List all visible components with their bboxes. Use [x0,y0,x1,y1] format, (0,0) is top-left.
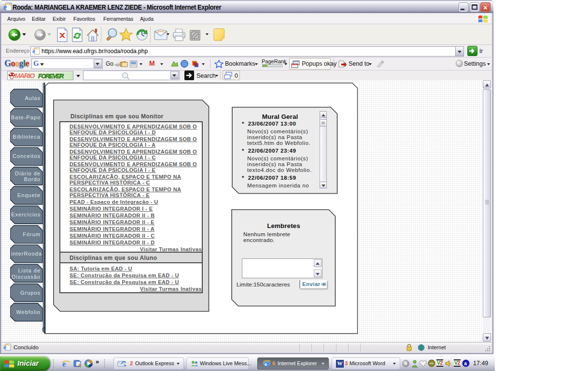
svg-text:MARIO: MARIO [14,72,35,80]
svg-text:a: a [464,361,467,366]
svg-text:e: e [265,361,267,367]
svg-text:FOREVER: FOREVER [38,73,64,80]
